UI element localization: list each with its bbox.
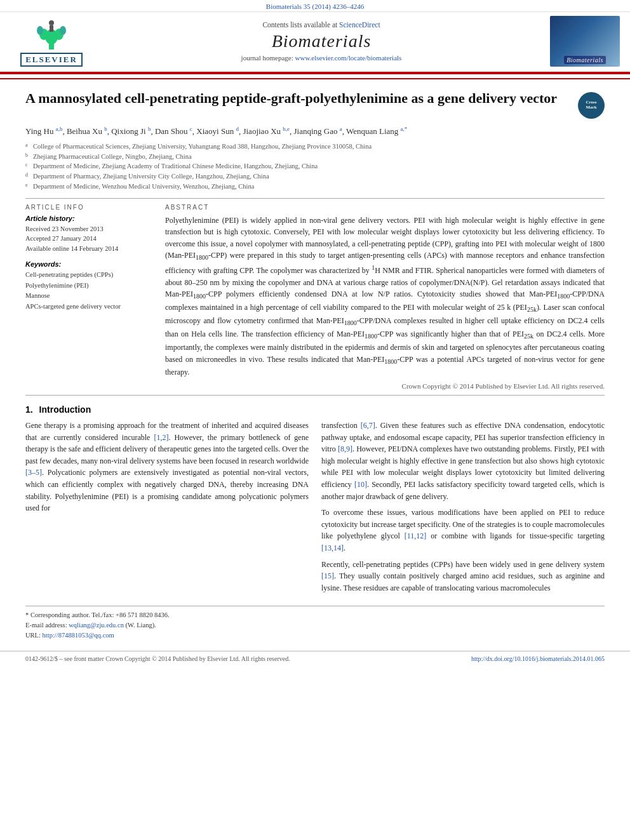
svg-rect-7 (50, 25, 53, 32)
article-title-section: A mannosylated cell-penetrating peptide-… (25, 90, 605, 119)
affiliation-d: d Department of Pharmacy, Zhejiang Unive… (25, 171, 605, 182)
page: Biomaterials 35 (2014) 4236–4246 (0, 0, 630, 666)
journal-top-bar: Biomaterials 35 (2014) 4236–4246 (0, 0, 630, 12)
article-title: A mannosylated cell-penetrating peptide-… (25, 90, 570, 108)
elsevier-logo: ELSEVIER (10, 17, 93, 67)
journal-homepage: journal homepage: www.elsevier.com/locat… (93, 54, 550, 62)
introduction-title: 1. Introduction (25, 404, 605, 415)
crossmark-icon: CrossMark (578, 92, 605, 119)
affiliation-a: a College of Pharmaceutical Sciences, Zh… (25, 142, 605, 152)
footnote-email-line: E-mail address: wqliang@zju.edu.cn (W. L… (25, 620, 605, 630)
bottom-issn: 0142-9612/$ – see front matter Crown Cop… (25, 655, 290, 662)
svg-point-5 (60, 26, 66, 35)
intro-para-2: transfection [6,7]. Given these features… (321, 420, 605, 502)
red-divider (0, 72, 630, 74)
elsevier-logo-area: ELSEVIER (10, 17, 93, 67)
accepted-date: Accepted 27 January 2014 (25, 234, 152, 244)
footnote-url-line: URL: http://874881053@qq.com (25, 630, 605, 641)
crossmark-badge: CrossMark (578, 92, 605, 119)
footnote-url-link[interactable]: http://874881053@qq.com (43, 632, 114, 639)
article-history: Article history: Received 23 November 20… (25, 215, 152, 254)
biomaterials-logo-text: Biomaterials (564, 56, 606, 64)
sciencedirect-link[interactable]: ScienceDirect (339, 21, 380, 29)
article-content: A mannosylated cell-penetrating peptide-… (0, 79, 630, 651)
article-history-label: Article history: (25, 215, 152, 222)
intro-col-left: Gene therapy is a promising approach for… (25, 420, 309, 598)
keyword-4: APCs-targeted gene delivery vector (25, 302, 152, 312)
elsevier-tree-icon (32, 17, 70, 51)
intro-para-4: Recently, cell-penetrating peptides (CPP… (321, 559, 605, 594)
keyword-3: Mannose (25, 291, 152, 302)
journal-title-banner: Biomaterials (93, 31, 550, 51)
banner-center: Contents lists available at ScienceDirec… (93, 21, 550, 62)
intro-col-right: transfection [6,7]. Given these features… (321, 420, 605, 598)
intro-para-3: To overcome these issues, various modifi… (321, 507, 605, 554)
intro-text-left: Gene therapy is a promising approach for… (25, 420, 309, 514)
affiliations: a College of Pharmaceutical Sciences, Zh… (25, 142, 605, 192)
available-date: Available online 14 February 2014 (25, 244, 152, 254)
abstract-text: Polyethylenimine (PEI) is widely applied… (165, 215, 605, 379)
article-info-col: ARTICLE INFO Article history: Received 2… (25, 204, 152, 390)
authors-text: Ying Hu a,b, Beihua Xu b, Qixiong Ji b, … (25, 126, 407, 136)
intro-para-1: Gene therapy is a promising approach for… (25, 420, 309, 514)
abstract-paragraph-1: Polyethylenimine (PEI) is widely applied… (165, 215, 605, 379)
journal-citation: Biomaterials 35 (2014) 4236–4246 (266, 3, 364, 10)
journal-header: Biomaterials 35 (2014) 4236–4246 (0, 0, 630, 79)
keywords-label: Keywords: (25, 260, 152, 268)
abstract-label: ABSTRACT (165, 204, 605, 211)
svg-point-4 (37, 26, 43, 35)
article-info-label: ARTICLE INFO (25, 204, 152, 211)
contents-line: Contents lists available at ScienceDirec… (93, 21, 550, 29)
intro-text-right: transfection [6,7]. Given these features… (321, 420, 605, 594)
received-date: Received 23 November 2013 (25, 224, 152, 234)
affiliation-b: b Zhejiang Pharmaceutical College, Ningb… (25, 152, 605, 162)
bottom-doi-link[interactable]: http://dx.doi.org/10.1016/j.biomaterials… (471, 655, 605, 662)
copyright-line: Crown Copyright © 2014 Published by Else… (165, 382, 605, 390)
keyword-1: Cell-penetrating peptides (CPPs) (25, 270, 152, 281)
divider-2 (25, 395, 605, 396)
keywords-section: Keywords: Cell-penetrating peptides (CPP… (25, 260, 152, 312)
introduction-section: 1. Introduction Gene therapy is a promis… (25, 404, 605, 598)
abstract-col: ABSTRACT Polyethylenimine (PEI) is widel… (165, 204, 605, 390)
affiliation-e: e Department of Medicine, Wenzhou Medica… (25, 182, 605, 192)
introduction-body: Gene therapy is a promising approach for… (25, 420, 605, 598)
footnote-section: * Corresponding author. Tel./fax: +86 57… (25, 606, 605, 640)
footnote-email-link[interactable]: wqliang@zju.edu.cn (69, 622, 124, 629)
authors-line: Ying Hu a,b, Beihua Xu b, Qixiong Ji b, … (25, 125, 605, 138)
elsevier-text: ELSEVIER (20, 53, 83, 67)
divider (25, 198, 605, 199)
journal-banner: ELSEVIER Contents lists available at Sci… (0, 12, 630, 70)
svg-point-6 (49, 20, 54, 25)
biomaterials-logo-box-area: Biomaterials (550, 16, 620, 67)
affiliation-c: c Department of Medicine, Zhejiang Acade… (25, 161, 605, 171)
biomaterials-logo-box: Biomaterials (550, 16, 620, 67)
keyword-2: Polyethylenimine (PEI) (25, 281, 152, 291)
article-body-cols: ARTICLE INFO Article history: Received 2… (25, 204, 605, 390)
bottom-bar: 0142-9612/$ – see front matter Crown Cop… (0, 651, 630, 666)
homepage-link[interactable]: www.elsevier.com/locate/biomaterials (295, 54, 402, 62)
footnote-corresponding: * Corresponding author. Tel./fax: +86 57… (25, 610, 605, 620)
